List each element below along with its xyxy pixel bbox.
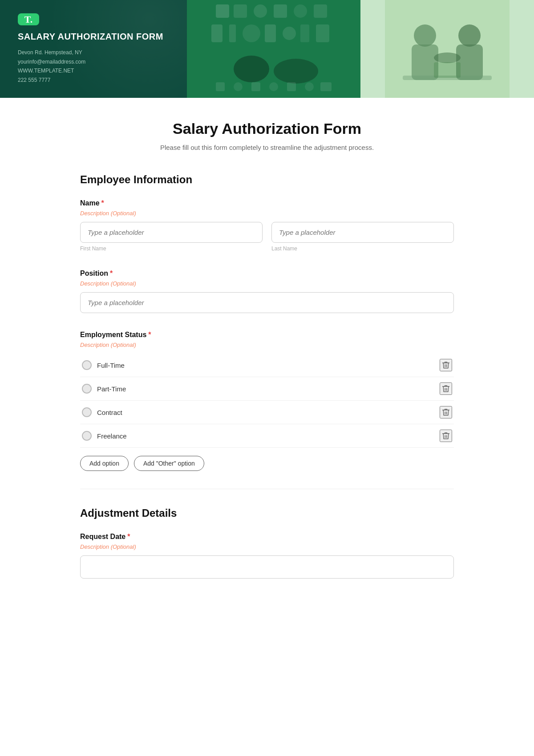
svg-point-14	[234, 56, 269, 82]
header-mid-panel	[187, 0, 360, 98]
form-title: Salary Authorization Form	[80, 120, 454, 137]
header-form-title: SALARY AUTHORIZATION FORM	[18, 32, 169, 42]
radio-circle-freelance[interactable]	[82, 431, 92, 441]
svg-rect-1	[216, 4, 229, 18]
first-name-wrap: First Name	[80, 222, 263, 252]
add-other-option-button[interactable]: Add "Other" option	[134, 456, 204, 471]
svg-rect-23	[385, 0, 510, 98]
svg-point-26	[458, 24, 481, 47]
last-name-sublabel: Last Name	[271, 245, 454, 252]
request-date-field-desc: Description (Optional)	[80, 543, 454, 550]
svg-rect-8	[229, 24, 236, 42]
employment-status-required-star: *	[148, 331, 151, 339]
main-content: Salary Authorization Form Please fill ou…	[67, 98, 467, 623]
radio-option-part-time: Part-Time	[80, 377, 454, 401]
svg-rect-20	[287, 82, 296, 91]
delete-contract-button[interactable]	[440, 406, 452, 418]
name-field-desc: Description (Optional)	[80, 210, 454, 217]
header-phone: 222 555 7777	[18, 76, 169, 84]
form-subtitle: Please fill out this form completely to …	[80, 144, 454, 151]
svg-point-24	[414, 24, 436, 47]
svg-rect-4	[274, 4, 287, 18]
employment-status-field-desc: Description (Optional)	[80, 342, 454, 348]
delete-full-time-button[interactable]	[440, 359, 452, 371]
svg-rect-31	[444, 364, 448, 365]
svg-rect-7	[211, 24, 222, 42]
svg-rect-13	[316, 24, 329, 42]
svg-point-28	[434, 52, 461, 63]
request-date-input[interactable]	[80, 555, 454, 579]
header-address: Devon Rd. Hempstead, NY	[18, 48, 169, 57]
employment-status-options: Full-Time Part-Time	[80, 354, 454, 448]
header-banner: T. SALARY AUTHORIZATION FORM Devon Rd. H…	[0, 0, 534, 98]
header-left-panel: T. SALARY AUTHORIZATION FORM Devon Rd. H…	[0, 0, 187, 98]
position-field-label: Position *	[80, 269, 454, 277]
logo-box: T.	[18, 13, 39, 25]
employment-status-field-label: Employment Status *	[80, 331, 454, 339]
svg-rect-2	[234, 4, 247, 18]
section-divider	[80, 489, 454, 489]
svg-rect-16	[216, 82, 225, 91]
radio-label-freelance: Freelance	[97, 432, 127, 440]
svg-point-19	[269, 82, 278, 91]
svg-point-15	[274, 59, 318, 84]
radio-label-contract: Contract	[97, 409, 122, 416]
header-right-panel	[360, 0, 534, 98]
position-field-desc: Description (Optional)	[80, 280, 454, 287]
radio-circle-full-time[interactable]	[82, 360, 92, 370]
svg-rect-18	[251, 82, 260, 91]
radio-label-full-time: Full-Time	[97, 362, 125, 369]
logo-letter: T.	[24, 14, 33, 25]
add-options-row: Add option Add "Other" option	[80, 456, 454, 471]
svg-rect-10	[265, 24, 276, 42]
radio-label-part-time: Part-Time	[97, 385, 126, 393]
first-name-sublabel: First Name	[80, 245, 263, 252]
request-date-required-star: *	[127, 533, 130, 541]
radio-circle-contract[interactable]	[82, 407, 92, 417]
header-website: WWW.TEMPLATE.NET	[18, 66, 169, 75]
svg-rect-22	[320, 82, 332, 91]
header-contact-info: Devon Rd. Hempstead, NY yourinfo@emailad…	[18, 48, 169, 84]
last-name-input[interactable]	[271, 222, 454, 243]
last-name-wrap: Last Name	[271, 222, 454, 252]
svg-rect-6	[314, 4, 327, 18]
svg-rect-30	[434, 62, 461, 78]
first-name-input[interactable]	[80, 222, 263, 243]
svg-point-5	[294, 4, 307, 18]
field-group-employment-status: Employment Status * Description (Optiona…	[80, 331, 454, 471]
radio-option-contract: Contract	[80, 401, 454, 424]
svg-point-21	[305, 82, 314, 91]
field-group-name: Name * Description (Optional) First Name…	[80, 199, 454, 252]
delete-freelance-button[interactable]	[440, 430, 452, 442]
svg-point-9	[243, 24, 260, 42]
field-group-position: Position * Description (Optional)	[80, 269, 454, 313]
svg-point-17	[234, 82, 243, 91]
name-field-label: Name *	[80, 199, 454, 207]
name-input-row: First Name Last Name	[80, 222, 454, 252]
add-option-button[interactable]: Add option	[80, 456, 129, 471]
delete-part-time-button[interactable]	[440, 382, 452, 395]
radio-option-full-time: Full-Time	[80, 354, 454, 377]
position-required-star: *	[110, 269, 113, 277]
svg-point-3	[254, 4, 267, 18]
radio-circle-part-time[interactable]	[82, 384, 92, 394]
radio-option-freelance: Freelance	[80, 424, 454, 448]
name-required-star: *	[101, 199, 104, 207]
request-date-field-label: Request Date *	[80, 533, 454, 541]
header-email: yourinfo@emailaddress.com	[18, 57, 169, 66]
svg-rect-12	[300, 24, 309, 42]
position-input[interactable]	[80, 292, 454, 313]
field-group-request-date: Request Date * Description (Optional)	[80, 533, 454, 579]
section-adjustment-details-heading: Adjustment Details	[80, 507, 454, 519]
section-employee-info-heading: Employee Information	[80, 173, 454, 186]
svg-point-11	[283, 27, 296, 40]
